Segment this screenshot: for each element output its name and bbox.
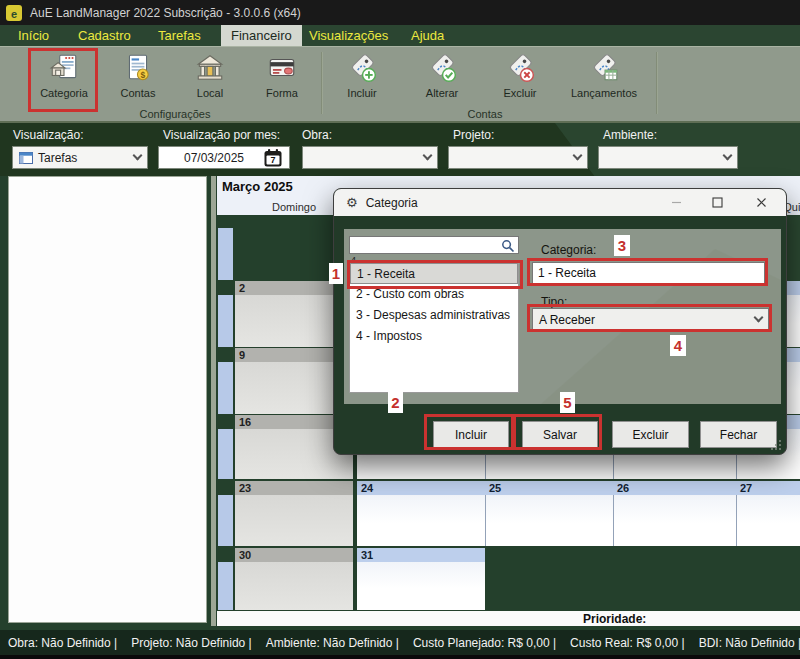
window-title: AuE LandManager 2022 Subscrição - 3.0.0.…: [30, 6, 301, 20]
status-bar: Obra: Não Definido | Projeto: Não Defini…: [0, 630, 800, 655]
day-band-24: 24: [357, 481, 485, 495]
ribbon-button-label: Lançamentos: [571, 87, 637, 99]
app-window: e AuE LandManager 2022 Subscrição - 3.0.…: [0, 0, 800, 659]
annotation-step-2: 2: [388, 392, 403, 413]
excluir-button[interactable]: Excluir: [612, 421, 689, 448]
day-band-27: 27: [736, 481, 800, 495]
filter-bar: Visualização: Tarefas Visualização por m…: [0, 123, 800, 176]
day-cell[interactable]: [235, 562, 353, 610]
chevron-down-icon: [573, 151, 583, 161]
day-cell[interactable]: [357, 495, 485, 546]
week-gutter-cell[interactable]: [218, 495, 233, 546]
ribbon-categoria-button[interactable]: Categoria: [30, 50, 98, 108]
week-gutter-cell[interactable]: [218, 295, 233, 347]
ribbon-forma-button[interactable]: Forma: [248, 50, 316, 108]
menu-visualizacoes[interactable]: Visualizações: [309, 25, 388, 46]
annotation-step-5: 5: [560, 392, 575, 413]
mes-date-value: 07/03/2025: [165, 151, 263, 165]
ribbon-button-label: Incluir: [347, 87, 376, 99]
menu-cadastro[interactable]: Cadastro: [78, 25, 131, 46]
gear-icon: ⚙: [346, 195, 358, 210]
menu-inicio[interactable]: Início: [18, 25, 49, 46]
ambiente-dropdown[interactable]: [598, 146, 738, 169]
svg-text:e: e: [11, 7, 17, 19]
list-item-receita[interactable]: 1 - Receita: [350, 263, 518, 284]
priority-bar: Prioridade:: [217, 611, 800, 626]
calendar-icon[interactable]: 7: [263, 148, 283, 168]
visualizacao-value: Tarefas: [38, 151, 77, 165]
minimize-icon: [671, 197, 682, 208]
ribbon-button-label: Alterar: [426, 87, 458, 99]
mes-date-field[interactable]: 07/03/2025 7: [158, 146, 290, 169]
week-gutter-cell[interactable]: [218, 562, 233, 610]
lancamentos-tag-icon: [588, 52, 620, 84]
annotation-step-4: 4: [670, 335, 686, 356]
mes-label: Visualização por mes:: [163, 128, 280, 142]
list-item-custo[interactable]: 2 - Custo com obras: [350, 284, 518, 305]
category-list: 1 - Receita 2 - Custo com obras 3 - Desp…: [349, 262, 519, 393]
ribbon-button-label: Contas: [121, 87, 156, 99]
dialog-minimize-button[interactable]: [659, 189, 693, 216]
incluir-tag-icon: [346, 52, 378, 84]
chevron-down-icon: [723, 151, 733, 161]
list-item-impostos[interactable]: 4 - Impostos: [350, 326, 518, 347]
forma-icon: [266, 52, 298, 84]
tarefas-view-icon: [19, 152, 33, 164]
excluir-tag-icon: [504, 52, 536, 84]
category-search-input[interactable]: [352, 238, 492, 252]
salvar-button[interactable]: Salvar: [522, 421, 598, 448]
day-cell[interactable]: [235, 495, 353, 546]
ribbon-button-label: Forma: [266, 87, 298, 99]
week-gutter-cell[interactable]: [218, 429, 233, 479]
incluir-button[interactable]: Incluir: [433, 421, 509, 448]
ribbon-lancamentos-button[interactable]: Lançamentos: [560, 50, 648, 108]
day-cell[interactable]: [485, 495, 613, 546]
annotation-step-1: 1: [329, 263, 343, 284]
category-search-box[interactable]: [349, 236, 519, 254]
obra-label: Obra:: [302, 128, 332, 142]
projeto-label: Projeto:: [453, 128, 494, 142]
menu-tarefas[interactable]: Tarefas: [158, 25, 201, 46]
tipo-field-label: Tipo:: [541, 295, 567, 309]
dialog-maximize-button[interactable]: [700, 189, 734, 216]
panel-divider[interactable]: [211, 176, 216, 626]
day-band-26: 26: [613, 481, 736, 495]
categoria-dialog: ⚙ Categoria 4 1 - Receita 2 - C: [333, 188, 787, 455]
fechar-button[interactable]: Fechar: [700, 421, 777, 448]
ribbon-local-button[interactable]: Local: [176, 50, 244, 108]
day-cell[interactable]: [736, 495, 800, 546]
priority-label: Prioridade:: [583, 612, 646, 626]
resize-grip[interactable]: [770, 439, 782, 451]
categoria-field-input[interactable]: [532, 262, 765, 284]
title-bar: e AuE LandManager 2022 Subscrição - 3.0.…: [0, 0, 800, 25]
ribbon-excluir-button[interactable]: Excluir: [486, 50, 554, 108]
ribbon-button-label: Local: [197, 87, 223, 99]
status-obra: Obra: Não Definido |: [8, 636, 117, 650]
day-band-23: 23: [235, 481, 353, 495]
app-logo-icon: e: [6, 5, 22, 21]
ribbon-divider: [656, 52, 658, 114]
categoria-icon: [48, 52, 80, 84]
menu-bar: Início Cadastro Tarefas Financeiro Visua…: [0, 25, 800, 46]
menu-ajuda[interactable]: Ajuda: [411, 25, 444, 46]
tipo-dropdown[interactable]: A Receber: [532, 308, 769, 331]
dialog-close-button[interactable]: [744, 189, 778, 216]
ribbon-group-contas: Contas: [330, 108, 640, 120]
week-gutter-cell[interactable]: [218, 362, 233, 414]
contas-icon: $: [122, 52, 154, 84]
list-item-despesas[interactable]: 3 - Despesas administrativas: [350, 305, 518, 326]
obra-dropdown[interactable]: [302, 146, 438, 169]
alterar-tag-icon: [426, 52, 458, 84]
ribbon-contas-button[interactable]: $ Contas: [104, 50, 172, 108]
day-cell[interactable]: [613, 495, 736, 546]
ribbon-group-configuracoes: Configurações: [30, 108, 320, 120]
week-gutter-cell[interactable]: [218, 228, 233, 280]
menu-financeiro[interactable]: Financeiro: [221, 25, 302, 46]
ribbon-incluir-button[interactable]: Incluir: [328, 50, 396, 108]
day-cell[interactable]: [357, 562, 485, 610]
ribbon-alterar-button[interactable]: Alterar: [408, 50, 476, 108]
projeto-dropdown[interactable]: [448, 146, 588, 169]
svg-text:$: $: [140, 70, 145, 80]
day-band-30: 30: [235, 548, 353, 562]
visualizacao-dropdown[interactable]: Tarefas: [12, 146, 148, 169]
